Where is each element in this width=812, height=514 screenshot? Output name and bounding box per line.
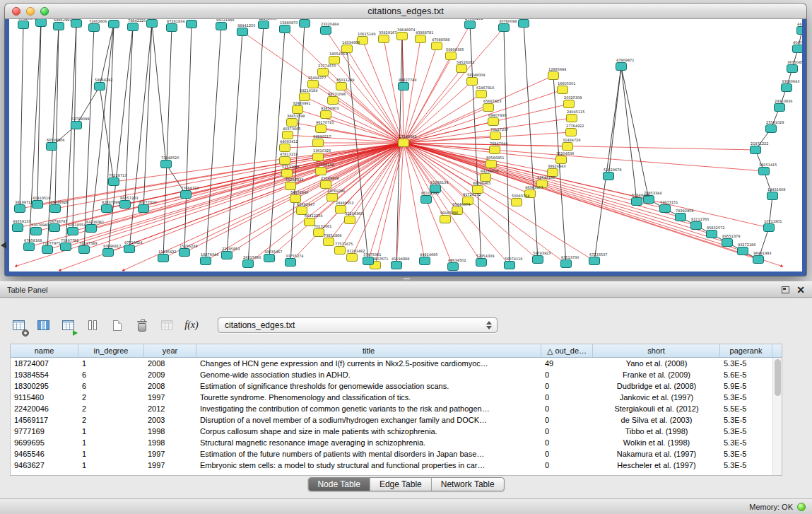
cell-name[interactable]: 19384554: [11, 369, 78, 380]
graph-node[interactable]: [124, 245, 135, 253]
graph-node[interactable]: [759, 168, 770, 175]
graph-node[interactable]: [147, 20, 158, 28]
column-header-pagerank[interactable]: pagerank: [720, 344, 772, 357]
graph-node[interactable]: [345, 216, 355, 224]
cell-name[interactable]: 9465546: [11, 448, 78, 460]
graph-node[interactable]: [691, 222, 702, 230]
cell-name[interactable]: 9463627: [11, 460, 78, 471]
cell-pagerank[interactable]: 5.5E-5: [720, 403, 772, 414]
graph-node[interactable]: [109, 21, 119, 28]
cell-year[interactable]: 2012: [144, 403, 196, 414]
graph-node[interactable]: [336, 83, 347, 90]
graph-node[interactable]: [282, 170, 293, 177]
graph-node[interactable]: [321, 181, 331, 189]
cell-short[interactable]: Jankovic et al. (1997): [593, 392, 720, 403]
cell-short[interactable]: Franke et al. (2009): [593, 369, 720, 380]
graph-node[interactable]: [764, 224, 775, 232]
graph-node[interactable]: [782, 84, 792, 92]
cell-short[interactable]: Dudbridge et al. (2008): [593, 380, 720, 392]
cell-out_degree[interactable]: 0: [541, 380, 593, 392]
window-titlebar[interactable]: citations_edges.txt: [5, 4, 806, 19]
graph-node[interactable]: [399, 139, 409, 147]
tab-edge-table[interactable]: Edge Table: [370, 478, 432, 491]
cell-title[interactable]: Tourette syndrome. Phenomenology and cla…: [196, 392, 541, 403]
graph-node[interactable]: [31, 228, 42, 235]
table-row[interactable]: 1830029562008Estimation of significance …: [11, 380, 772, 392]
graph-node[interactable]: [68, 228, 78, 235]
graph-node[interactable]: [181, 191, 192, 199]
graph-node[interactable]: [490, 146, 500, 154]
graph-node[interactable]: [420, 257, 430, 265]
cell-in_degree[interactable]: 2: [78, 414, 144, 426]
graph-node[interactable]: [71, 122, 82, 129]
cell-out_degree[interactable]: 0: [541, 369, 593, 380]
cell-title[interactable]: Estimation of significance thresholds fo…: [196, 380, 541, 392]
cell-short[interactable]: Yano et al. (2008): [593, 358, 720, 369]
graph-node[interactable]: [283, 132, 293, 139]
cell-pagerank[interactable]: 5.6E-5: [720, 369, 772, 380]
cell-short[interactable]: Hescheler et al. (1997): [593, 460, 720, 471]
graph-node[interactable]: [490, 132, 501, 140]
close-window-icon[interactable]: [12, 7, 20, 16]
cell-title[interactable]: Genome-wide association studies in ADHD.: [196, 369, 541, 380]
graph-node[interactable]: [722, 239, 733, 247]
table-row[interactable]: 1456911722003Disruption of a novel membe…: [11, 414, 772, 426]
table-row[interactable]: 946362711997Embryonic stem cells: a mode…: [11, 460, 772, 471]
graph-node[interactable]: [707, 230, 717, 238]
graph-node[interactable]: [308, 81, 319, 88]
cell-title[interactable]: Structural magnetic resonance image aver…: [196, 437, 541, 448]
graph-node[interactable]: [237, 28, 248, 36]
graph-node[interactable]: [287, 119, 298, 127]
cell-name[interactable]: 18724007: [11, 358, 78, 369]
float-panel-icon[interactable]: [782, 286, 789, 293]
cell-title[interactable]: Investigating the contribution of common…: [196, 403, 541, 414]
cell-pagerank[interactable]: 5.9E-5: [720, 380, 772, 392]
graph-node[interactable]: [321, 27, 331, 35]
cell-pagerank[interactable]: 5.3E-5: [720, 392, 772, 403]
minimize-window-icon[interactable]: [26, 7, 35, 16]
graph-node[interactable]: [54, 23, 64, 30]
function-builder-button[interactable]: f(x): [183, 316, 200, 334]
graph-node[interactable]: [738, 247, 748, 255]
graph-node[interactable]: [300, 20, 310, 28]
cell-out_degree[interactable]: 0: [541, 403, 593, 414]
graph-node[interactable]: [187, 21, 197, 28]
graph-node[interactable]: [751, 146, 761, 154]
cell-out_degree[interactable]: 0: [541, 392, 593, 403]
graph-node[interactable]: [476, 259, 487, 267]
cell-year[interactable]: 2008: [144, 358, 196, 369]
cell-year[interactable]: 1997: [144, 448, 196, 460]
graph-node[interactable]: [397, 33, 408, 40]
graph-node[interactable]: [392, 262, 402, 269]
graph-node[interactable]: [556, 156, 567, 164]
graph-node[interactable]: [347, 254, 358, 262]
cell-in_degree[interactable]: 1: [78, 358, 144, 369]
graph-node[interactable]: [109, 178, 119, 186]
cell-out_degree[interactable]: 0: [541, 460, 593, 471]
graph-node[interactable]: [42, 246, 53, 254]
column-header-out_degree[interactable]: △out_de…: [541, 344, 593, 357]
tab-node-table[interactable]: Node Table: [308, 478, 370, 491]
graph-node[interactable]: [328, 97, 339, 105]
graph-node[interactable]: [161, 160, 172, 168]
show-columns-button[interactable]: [35, 316, 52, 334]
table-row[interactable]: 911546021997Tourette syndrome. Phenomeno…: [11, 392, 772, 403]
graph-node[interactable]: [324, 238, 334, 246]
graph-node[interactable]: [103, 249, 114, 257]
cell-name[interactable]: 9115460: [11, 392, 78, 403]
cell-in_degree[interactable]: 1: [78, 448, 144, 460]
graph-node[interactable]: [314, 229, 324, 237]
cell-out_degree[interactable]: 0: [541, 414, 593, 426]
cell-title[interactable]: Embryonic stem cells: a model to study s…: [196, 460, 541, 471]
table-scrollbar[interactable]: [772, 358, 782, 475]
graph-node[interactable]: [548, 72, 559, 80]
graph-node[interactable]: [313, 153, 324, 161]
graph-node[interactable]: [243, 260, 254, 268]
graph-node[interactable]: [335, 247, 346, 255]
scrollbar-thumb[interactable]: [775, 359, 781, 396]
cell-year[interactable]: 1997: [144, 460, 196, 471]
graph-node[interactable]: [139, 205, 149, 213]
cell-in_degree[interactable]: 1: [78, 460, 144, 471]
graph-node[interactable]: [589, 257, 600, 265]
cell-year[interactable]: 2003: [144, 414, 196, 426]
